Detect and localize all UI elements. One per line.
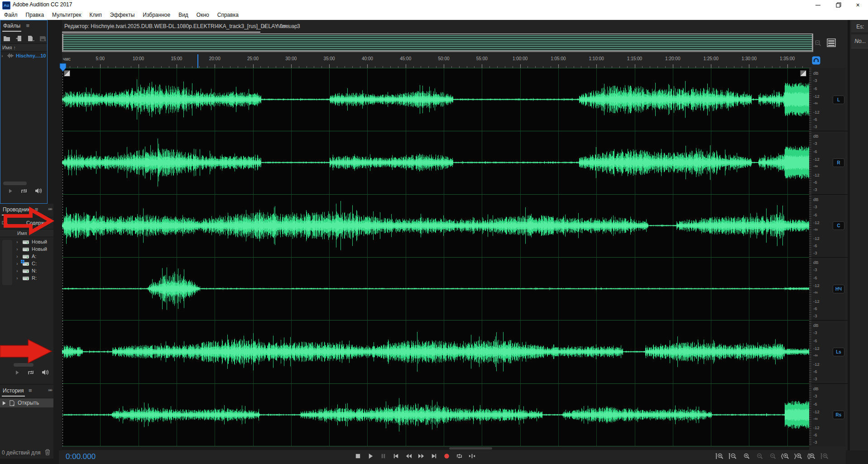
db-label: dB (813, 323, 819, 328)
file-name[interactable]: Hischny....10 (16, 53, 46, 58)
channel-badge-НЧ[interactable]: НЧ (833, 285, 844, 293)
ruler-unit-label[interactable]: чмс (63, 57, 71, 62)
menu-0[interactable]: Файл (0, 10, 22, 20)
channel-badge-Ls[interactable]: Ls (833, 348, 844, 356)
explorer-panel-menu-icon[interactable]: ≡ (35, 206, 38, 213)
zoom-in-at-in-point-button[interactable] (781, 453, 790, 460)
zoom-navigator[interactable] (62, 33, 813, 52)
preview-play-icon[interactable] (14, 370, 20, 375)
waveform-display[interactable] (62, 68, 809, 446)
channel-badge-C[interactable]: C (833, 221, 844, 230)
navigator-zoom-out-icon[interactable] (814, 39, 822, 47)
statusbar-corner (846, 450, 868, 464)
skip-to-start-button[interactable] (393, 453, 399, 459)
zoom-to-selection-button[interactable] (807, 453, 816, 460)
panel-overflow-icon[interactable]: »» (48, 206, 52, 211)
record-button[interactable] (443, 453, 450, 459)
ruler-time-label: 1:30:00 (742, 56, 757, 61)
zoom-in-at-out-point-button[interactable] (794, 453, 803, 460)
files-panel-menu-icon[interactable]: ≡ (26, 22, 30, 29)
expand-chevron-icon[interactable]: › (16, 275, 20, 281)
close-button[interactable]: × (848, 0, 868, 10)
panel-overflow-icon[interactable]: »» (48, 387, 52, 392)
history-panel-menu-icon[interactable]: ≡ (29, 387, 32, 394)
menu-3[interactable]: Клип (86, 10, 106, 20)
rewind-button[interactable] (405, 453, 412, 459)
zoom-out-amplitude-button[interactable] (729, 453, 738, 460)
menu-7[interactable]: Окно (192, 10, 213, 20)
menu-8[interactable]: Справка (213, 10, 243, 20)
fast-forward-button[interactable] (418, 453, 425, 459)
preview-loop-icon[interactable] (27, 369, 34, 375)
expand-chevron-icon[interactable]: › (1, 53, 5, 58)
skip-to-end-button[interactable] (431, 453, 437, 459)
preview-speaker-icon[interactable] (35, 188, 42, 194)
history-panel-title[interactable]: История (2, 386, 25, 397)
trash-icon[interactable] (44, 449, 51, 455)
menu-5[interactable]: Избранное (139, 10, 174, 20)
time-display[interactable]: 0:00.000 (66, 452, 96, 461)
explorer-panel-title[interactable]: Проводник (2, 205, 31, 215)
device-view-icon[interactable] (2, 221, 8, 225)
expand-chevron-icon[interactable]: › (16, 246, 20, 252)
stop-button[interactable] (355, 453, 361, 459)
hscrollbar-thumb[interactable] (449, 447, 492, 450)
restore-button[interactable] (828, 0, 849, 10)
dock-tab-file[interactable]: No... (851, 34, 868, 48)
channel-badge-R[interactable]: R (833, 158, 844, 167)
channel-badge-Rs[interactable]: Rs (833, 411, 844, 419)
play-button[interactable] (367, 453, 374, 459)
db-label: -3 (813, 124, 817, 129)
expand-chevron-icon[interactable]: › (16, 268, 20, 273)
timeline-ruler[interactable]: чмс 5:0010:0015:0020:0025:0030:0035:0040… (62, 54, 809, 68)
explorer-name-header[interactable]: Имя ↑ (0, 229, 53, 237)
explorer-contents-tab[interactable]: Содерж (26, 220, 44, 225)
zoom-in-amplitude-button[interactable] (715, 453, 724, 460)
expand-chevron-icon[interactable]: › (16, 261, 20, 266)
import-file-icon[interactable] (15, 35, 23, 42)
menu-2[interactable]: Мультитрек (48, 10, 85, 20)
playhead-handle[interactable] (59, 63, 67, 72)
preview-play-icon[interactable] (8, 188, 13, 194)
amplitude-scale-icon[interactable] (812, 56, 820, 65)
db-label: -3 (813, 330, 817, 335)
editor-tab-menu-icon[interactable]: ≡ (263, 23, 266, 30)
pause-button[interactable] (380, 453, 387, 459)
selection-corner-handle-right[interactable] (800, 70, 806, 77)
db-label: -6 (813, 117, 817, 122)
db-label: -12 (813, 172, 820, 177)
menu-1[interactable]: Правка (22, 10, 48, 20)
loop-playback-button[interactable] (456, 453, 463, 459)
save-file-icon[interactable] (39, 35, 47, 42)
menu-6[interactable]: Вид (174, 10, 192, 20)
zoom-out-time-button[interactable] (755, 453, 764, 460)
right-dock: Es: No... (848, 20, 868, 464)
ruler-time-label: 40:00 (362, 56, 373, 61)
menu-4[interactable]: Эффекты (106, 10, 139, 20)
skip-selection-button[interactable] (469, 453, 475, 459)
explorer-hscrollbar[interactable] (14, 363, 34, 367)
files-panel-title[interactable]: Файлы (2, 21, 21, 32)
file-list-item[interactable]: › Hischny....10 (0, 52, 47, 60)
explorer-vscrollbar[interactable] (2, 240, 12, 285)
zoom-in-time-button[interactable] (742, 453, 751, 460)
files-name-header[interactable]: Имя ↑ (0, 43, 47, 52)
preview-speaker-icon[interactable] (42, 369, 49, 375)
zoom-reset-button[interactable] (768, 453, 777, 460)
history-entry-row[interactable]: Открыть (0, 398, 53, 407)
files-hscrollbar[interactable] (3, 182, 27, 185)
preview-loop-icon[interactable] (20, 188, 28, 194)
mixer-tab[interactable]: Микшер (277, 23, 297, 29)
db-label: -6 (813, 306, 817, 311)
zoom-vertical-button[interactable] (820, 453, 830, 460)
new-file-icon[interactable] (28, 35, 35, 42)
waveform-canvas[interactable] (62, 68, 809, 446)
expand-chevron-icon[interactable]: › (16, 239, 20, 244)
editor-layout-grid-icon[interactable] (827, 38, 836, 47)
open-file-icon[interactable] (3, 35, 11, 42)
minimize-button[interactable] (808, 0, 828, 10)
waveform-hscrollbar[interactable] (62, 447, 809, 450)
channel-badge-L[interactable]: L (833, 96, 844, 104)
expand-chevron-icon[interactable]: › (16, 254, 20, 259)
dock-tab-essential-sound[interactable]: Es: (851, 21, 868, 33)
